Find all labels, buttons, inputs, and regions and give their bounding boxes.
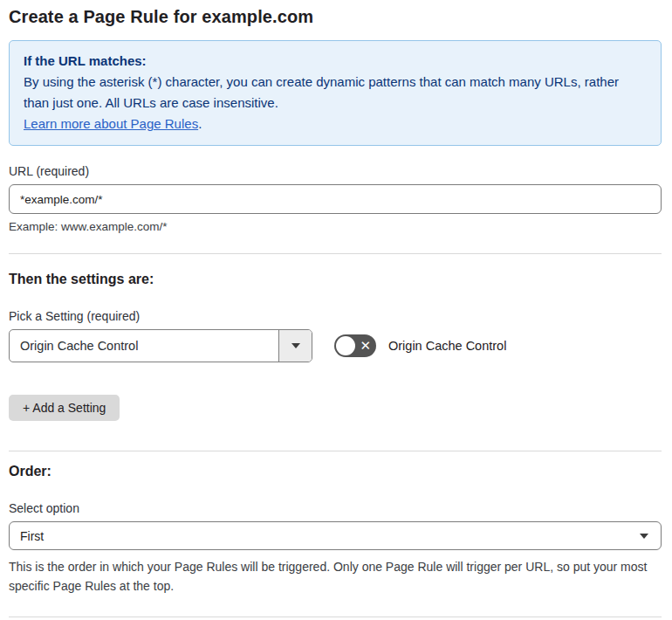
url-match-info-box: If the URL matches: By using the asteris… bbox=[9, 40, 662, 146]
order-select[interactable]: First bbox=[9, 521, 662, 550]
toggle-off-x-icon: ✕ bbox=[360, 339, 371, 352]
caret-down-icon bbox=[291, 343, 300, 348]
caret-down-icon bbox=[640, 534, 648, 539]
order-select-value: First bbox=[20, 529, 640, 543]
setting-dropdown[interactable]: Origin Cache Control bbox=[9, 329, 312, 362]
divider bbox=[9, 451, 662, 451]
url-field-label: URL (required) bbox=[9, 164, 662, 178]
divider bbox=[9, 617, 662, 617]
page-title: Create a Page Rule for example.com bbox=[9, 7, 662, 27]
info-box-heading: If the URL matches: bbox=[24, 51, 647, 72]
settings-section-heading: Then the settings are: bbox=[9, 272, 662, 287]
divider bbox=[9, 253, 662, 254]
learn-more-link[interactable]: Learn more about Page Rules bbox=[24, 116, 198, 131]
pick-setting-label: Pick a Setting (required) bbox=[9, 309, 662, 323]
order-select-label: Select option bbox=[9, 501, 662, 515]
setting-row: Origin Cache Control ✕ Origin Cache Cont… bbox=[9, 329, 662, 362]
toggle-knob bbox=[336, 336, 355, 355]
toggle-label: Origin Cache Control bbox=[388, 339, 506, 353]
setting-dropdown-value: Origin Cache Control bbox=[10, 330, 278, 362]
add-setting-button[interactable]: + Add a Setting bbox=[9, 395, 120, 421]
origin-cache-control-toggle[interactable]: ✕ bbox=[334, 334, 376, 357]
order-section-heading: Order: bbox=[9, 464, 662, 479]
url-input[interactable] bbox=[9, 184, 662, 214]
info-box-link-line: Learn more about Page Rules. bbox=[24, 114, 647, 134]
url-example-text: Example: www.example.com/* bbox=[9, 220, 662, 233]
info-box-body: By using the asterisk (*) character, you… bbox=[24, 72, 647, 114]
link-period: . bbox=[198, 116, 202, 131]
create-page-rule-panel: Create a Page Rule for example.com If th… bbox=[0, 0, 672, 620]
setting-dropdown-arrow-button[interactable] bbox=[278, 330, 312, 362]
order-help-text: This is the order in which your Page Rul… bbox=[9, 557, 658, 596]
